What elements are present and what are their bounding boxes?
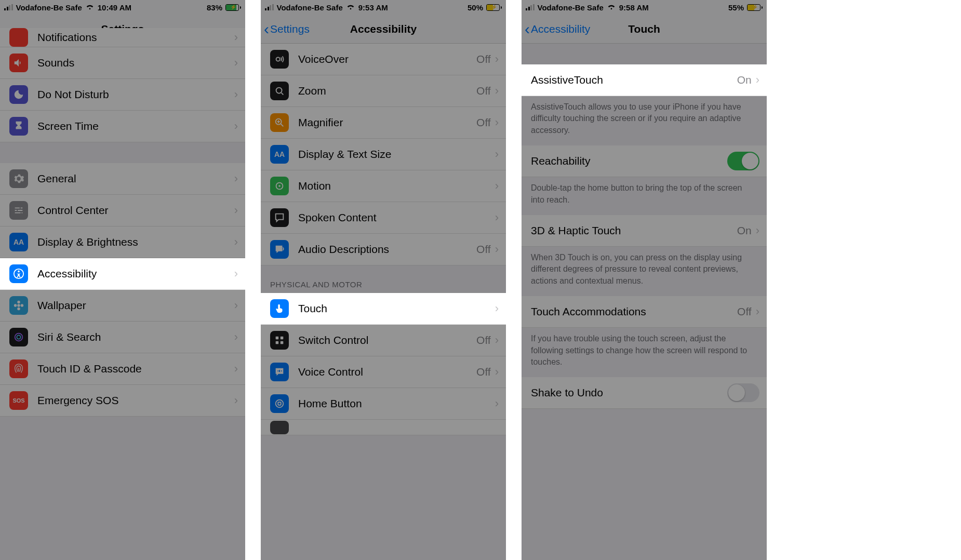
settings-row-screentime[interactable]: Screen Time › <box>0 111 245 142</box>
chevron-right-icon: › <box>234 119 238 133</box>
touch-row-3dhaptic[interactable]: 3D & Haptic Touch On › <box>522 215 767 247</box>
battery-percent: 83% <box>207 3 222 12</box>
text-size-icon: AA <box>270 145 289 164</box>
reachability-footer: Double-tap the home button to bring the … <box>522 177 767 215</box>
row-label: Emergency SOS <box>37 394 234 407</box>
accessibility-row-voiceover[interactable]: VoiceOver Off › <box>261 44 506 75</box>
back-button[interactable]: ‹ Settings <box>264 15 310 43</box>
row-label: Touch <box>298 302 495 315</box>
battery-percent: 55% <box>728 3 744 12</box>
accessibility-row-zoom[interactable]: Zoom Off › <box>261 75 506 107</box>
row-label: Siri & Search <box>37 331 234 343</box>
voiceover-icon <box>270 50 289 69</box>
row-label: AssistiveTouch <box>531 74 737 86</box>
chevron-right-icon: › <box>495 179 499 193</box>
accessibility-row-touch[interactable]: Touch › <box>261 293 506 325</box>
chevron-left-icon: ‹ <box>525 21 530 37</box>
wifi-icon <box>85 4 95 11</box>
accessibility-row-switchcontrol[interactable]: Switch Control Off › <box>261 325 506 356</box>
settings-row-sos[interactable]: SOS Emergency SOS › <box>0 385 245 417</box>
accessibility-row-motion[interactable]: Motion › <box>261 170 506 202</box>
chevron-right-icon: › <box>234 299 238 312</box>
svg-rect-10 <box>276 337 279 340</box>
settings-row-touchid[interactable]: Touch ID & Passcode › <box>0 353 245 385</box>
wifi-icon <box>346 4 355 11</box>
phone-touch: Vodafone-Be Safe 9:58 AM 55% ⚡ ‹ Accessi… <box>522 0 767 560</box>
reachability-toggle[interactable] <box>727 152 759 170</box>
shake-toggle[interactable] <box>727 383 759 402</box>
svg-rect-12 <box>276 341 279 344</box>
settings-row-siri[interactable]: Siri & Search › <box>0 322 245 353</box>
row-label: Touch ID & Passcode <box>37 363 234 375</box>
row-label: Touch Accommodations <box>531 305 737 318</box>
touch-row-accommodations[interactable]: Touch Accommodations Off › <box>522 296 767 328</box>
chevron-right-icon: › <box>234 394 238 407</box>
audio-description-icon <box>270 240 289 259</box>
row-label: Reachability <box>531 155 727 167</box>
svg-point-4 <box>17 335 20 339</box>
row-label: Switch Control <box>298 334 476 346</box>
switch-control-icon <box>270 331 289 350</box>
row-value: On <box>737 224 752 237</box>
carrier-label: Vodafone-Be Safe <box>16 3 82 12</box>
settings-row-general[interactable]: General › <box>0 163 245 195</box>
row-value: Off <box>476 53 491 65</box>
row-value: Off <box>476 334 491 346</box>
settings-row-accessibility[interactable]: Accessibility › <box>0 258 245 290</box>
time-label: 9:53 AM <box>358 3 388 12</box>
touch-row-shake[interactable]: Shake to Undo <box>522 377 767 409</box>
signal-icon <box>526 4 535 10</box>
chevron-right-icon: › <box>234 330 238 344</box>
assistivetouch-footer: AssistiveTouch allows you to use your iP… <box>522 96 767 145</box>
chevron-right-icon: › <box>495 302 499 315</box>
accessibility-row-displaytext[interactable]: AA Display & Text Size › <box>261 139 506 170</box>
accessibility-row-audiodesc[interactable]: Audio Descriptions Off › <box>261 234 506 265</box>
row-value: Off <box>476 243 491 256</box>
settings-row-notifications[interactable]: Notifications › <box>0 28 245 47</box>
zoom-icon <box>270 82 289 100</box>
fingerprint-icon <box>9 359 28 378</box>
sos-icon: SOS <box>9 391 28 410</box>
section-gap <box>522 44 767 64</box>
settings-row-display[interactable]: AA Display & Brightness › <box>0 226 245 258</box>
back-button[interactable]: ‹ Accessibility <box>525 15 590 43</box>
accessibility-row-homebutton[interactable]: Home Button › <box>261 388 506 420</box>
page-title: Accessibility <box>350 23 417 35</box>
settings-row-wallpaper[interactable]: Wallpaper › <box>0 290 245 322</box>
row-value: Off <box>737 305 752 318</box>
svg-rect-11 <box>281 337 284 340</box>
settings-row-sounds[interactable]: Sounds › <box>0 47 245 79</box>
accessibility-row-spoken[interactable]: Spoken Content › <box>261 202 506 234</box>
svg-point-1 <box>18 271 20 273</box>
battery-icon: ⚡ <box>225 4 241 11</box>
chevron-right-icon: › <box>495 243 499 256</box>
accommodations-footer: If you have trouble using the touch scre… <box>522 328 767 377</box>
battery-icon: ⚡ <box>747 4 763 11</box>
back-label: Settings <box>270 23 310 35</box>
settings-row-dnd[interactable]: Do Not Disturb › <box>0 79 245 111</box>
motion-icon <box>270 177 289 195</box>
carrier-label: Vodafone-Be Safe <box>538 3 604 12</box>
home-button-icon <box>270 394 289 413</box>
touch-row-assistivetouch[interactable]: AssistiveTouch On › <box>522 64 767 96</box>
time-label: 9:58 AM <box>619 3 649 12</box>
chevron-right-icon: › <box>495 365 499 379</box>
row-label: Audio Descriptions <box>298 243 476 256</box>
accessibility-row-voicecontrol[interactable]: Voice Control Off › <box>261 356 506 388</box>
sliders-icon <box>9 201 28 220</box>
svg-point-5 <box>276 57 280 61</box>
moon-icon <box>9 85 28 104</box>
accessibility-row-partial[interactable] <box>261 420 506 435</box>
touch-row-reachability[interactable]: Reachability <box>522 145 767 177</box>
battery-icon: ⚡ <box>486 4 502 11</box>
row-label: General <box>37 172 234 185</box>
status-bar: Vodafone-Be Safe 9:53 AM 50% ⚡ <box>261 0 506 15</box>
accessibility-row-magnifier[interactable]: Magnifier Off › <box>261 107 506 139</box>
phone-accessibility: Vodafone-Be Safe 9:53 AM 50% ⚡ ‹ Setting… <box>261 0 506 560</box>
settings-row-controlcenter[interactable]: Control Center › <box>0 195 245 226</box>
chevron-right-icon: › <box>756 73 759 87</box>
time-label: 10:49 AM <box>98 3 131 12</box>
chevron-right-icon: › <box>495 148 499 161</box>
row-label: Shake to Undo <box>531 386 727 399</box>
flower-icon <box>9 296 28 315</box>
